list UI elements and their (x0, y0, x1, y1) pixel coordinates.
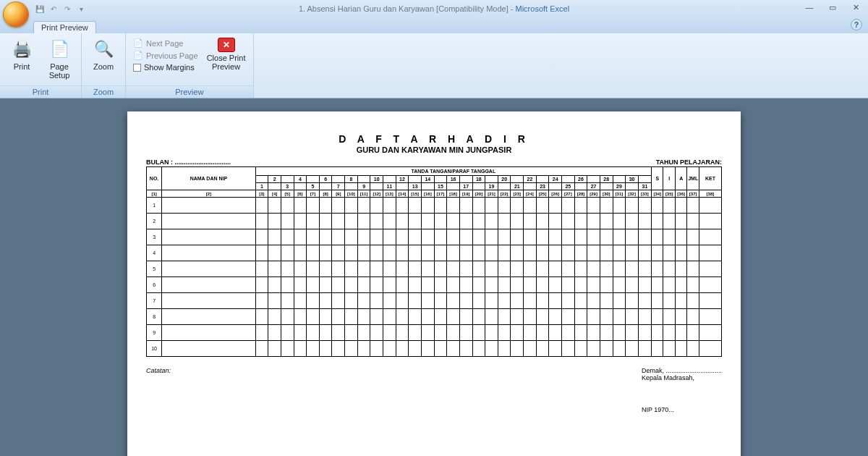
cell (613, 325, 626, 341)
cell (396, 309, 409, 325)
cell (319, 198, 332, 214)
cell (498, 229, 511, 245)
cell (562, 277, 575, 293)
save-icon[interactable]: 💾 (33, 2, 46, 15)
cell (562, 214, 575, 229)
close-preview-button[interactable]: ✕ Close Print Preview (204, 36, 249, 85)
cell (600, 214, 613, 229)
cell (472, 309, 485, 325)
show-margins-checkbox[interactable]: Show Margins (130, 62, 201, 72)
cell (699, 277, 721, 293)
cell (652, 277, 663, 293)
index-cell: [14] (396, 190, 409, 198)
cell (409, 309, 422, 325)
print-preview-area[interactable]: D A F T A R H A D I R GURU DAN KARYAWAN … (0, 98, 868, 456)
cell (421, 261, 434, 277)
cell (434, 261, 447, 277)
cell (587, 341, 600, 357)
cell (268, 261, 281, 277)
cell (396, 277, 409, 293)
cell (345, 245, 358, 261)
cell (663, 293, 675, 309)
cell (663, 261, 675, 277)
cell (409, 198, 422, 214)
cell (459, 261, 472, 277)
cell (675, 325, 686, 341)
cell (536, 245, 549, 261)
cell (459, 245, 472, 261)
cell (345, 277, 358, 293)
cell (626, 293, 639, 309)
day-header (332, 176, 345, 183)
index-cell: [33] (638, 190, 651, 198)
day-header: 18 (472, 176, 485, 183)
cell (421, 229, 434, 245)
cell (587, 277, 600, 293)
cell (638, 229, 651, 245)
cell (319, 325, 332, 341)
undo-icon[interactable]: ↶ (47, 2, 60, 15)
cell (357, 198, 370, 214)
cell (613, 245, 626, 261)
cell (255, 261, 268, 277)
cell (626, 214, 639, 229)
cell (294, 325, 307, 341)
index-cell: [35] (663, 190, 675, 198)
cell (409, 229, 422, 245)
cell (459, 293, 472, 309)
cell (638, 309, 651, 325)
cell (687, 214, 699, 229)
cell (699, 341, 721, 357)
cell (675, 277, 686, 293)
page-setup-button[interactable]: 📄 Page Setup (42, 36, 77, 85)
help-icon[interactable]: ? (851, 19, 862, 30)
cell (511, 214, 524, 229)
maximize-button[interactable]: ▭ (823, 1, 842, 13)
index-cell: [17] (434, 190, 447, 198)
day-header: 11 (383, 183, 396, 190)
cell (549, 293, 562, 309)
office-button[interactable] (3, 1, 29, 28)
cell (600, 325, 613, 341)
kepala-line: Kepala Madrasah, (642, 374, 722, 381)
cell (294, 229, 307, 245)
qat-dropdown-icon[interactable]: ▾ (75, 2, 88, 15)
print-button[interactable]: 🖨️ Print (4, 36, 39, 85)
cell (396, 214, 409, 229)
group-zoom-label: Zoom (82, 85, 125, 98)
index-cell: [9] (332, 190, 345, 198)
cell (626, 245, 639, 261)
cell (383, 341, 396, 357)
day-header: 22 (524, 176, 537, 183)
cell (687, 309, 699, 325)
doc-meta: BULAN : ............................... … (146, 159, 722, 166)
cell (511, 309, 524, 325)
cell (421, 277, 434, 293)
col-jml: JML (687, 167, 699, 190)
cell (652, 261, 663, 277)
minimize-button[interactable]: — (800, 1, 819, 13)
day-header: 21 (511, 183, 524, 190)
cell (485, 341, 498, 357)
redo-icon[interactable]: ↷ (61, 2, 74, 15)
cell (307, 198, 320, 214)
cell (421, 341, 434, 357)
close-button[interactable]: ✕ (846, 1, 865, 13)
cell (549, 214, 562, 229)
cell (357, 325, 370, 341)
day-header: 15 (434, 183, 447, 190)
cell (319, 229, 332, 245)
cell (574, 341, 587, 357)
cell (652, 245, 663, 261)
cell (255, 293, 268, 309)
index-cell: [15] (409, 190, 422, 198)
cell (345, 198, 358, 214)
cell (574, 325, 587, 341)
tab-print-preview[interactable]: Print Preview (33, 21, 96, 33)
cell (370, 261, 383, 277)
index-cell: [25] (536, 190, 549, 198)
zoom-button[interactable]: 🔍 Zoom (86, 36, 121, 85)
cell (472, 245, 485, 261)
cell (687, 229, 699, 245)
close-preview-label: Close Print Preview (207, 54, 246, 71)
